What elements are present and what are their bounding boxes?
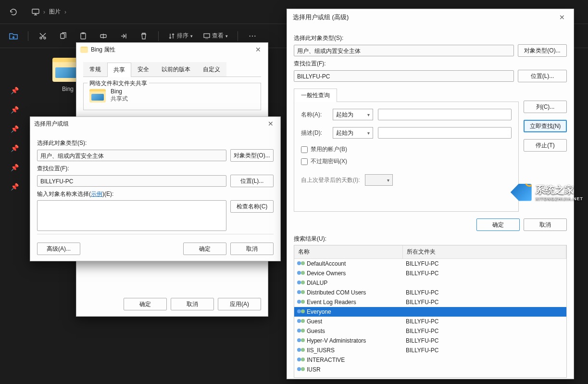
copy-icon[interactable] [54,27,72,45]
table-row[interactable]: Hyper-V AdministratorsBILLYFU-PC [294,336,566,346]
svg-rect-7 [204,34,210,38]
folder-icon [89,89,106,102]
new-folder-icon[interactable] [5,27,22,45]
desc-match-combo[interactable]: 起始为▾ [333,127,373,139]
object-type-label: 选择此对象类型(S): [294,34,567,42]
ok-button[interactable]: 确定 [183,243,226,255]
dialog-title: 选择用户或组 (高级) [293,13,349,22]
svg-point-1 [40,37,42,39]
tab-0[interactable]: 常规 [83,62,107,77]
breadcrumb[interactable]: › 图片 › [27,8,71,16]
location-field: BILLYFU-PC [294,70,514,82]
apply-button[interactable]: 应用(A) [218,298,261,310]
tab-1[interactable]: 共享 [107,63,131,77]
pin-icon: 📌 [11,106,19,114]
cancel-button[interactable]: 取消 [230,243,274,255]
share-item-status: 共享式 [111,95,128,103]
desc-label: 描述(D): [301,129,328,137]
svg-rect-0 [32,9,39,13]
noexpire-password-checkbox[interactable] [301,158,308,165]
names-textarea[interactable] [37,200,226,231]
svg-point-2 [44,37,46,39]
tab-2[interactable]: 安全 [131,62,155,77]
column-header-name[interactable]: 名称 [294,245,403,258]
group-icon [297,337,305,344]
days-combo[interactable]: ▾ [365,174,393,186]
group-icon [297,260,305,267]
object-type-button[interactable]: 对象类型(O)... [518,44,567,57]
table-row[interactable]: DefaultAccountBILLYFU-PC [294,259,566,269]
check-names-button[interactable]: 检查名称(C) [230,200,274,213]
column-header-folder[interactable]: 所在文件夹 [403,245,566,258]
dialog-title: 选择用户或组 [34,120,69,128]
sort-icon [168,33,175,39]
group-icon [297,299,305,306]
close-icon[interactable]: ✕ [556,13,568,21]
select-user-advanced-dialog: 选择用户或组 (高级) ✕ 选择此对象类型(S): 用户、组或内置安全主体 对象… [287,9,574,379]
breadcrumb-item[interactable]: 图片 [49,8,61,16]
monitor-icon [32,9,39,15]
name-input[interactable] [378,109,512,120]
chevron-down-icon: ▾ [367,112,370,117]
close-icon[interactable]: ✕ [265,120,276,128]
share-item-name: Bing [111,88,128,95]
object-type-field: 用户、组或内置安全主体 [37,150,226,161]
close-icon[interactable]: ✕ [252,46,264,53]
table-row[interactable]: IUSR [294,365,566,374]
group-icon [297,308,305,315]
find-now-button[interactable]: 立即查找(N) [524,120,567,132]
name-match-combo[interactable]: 起始为▾ [333,109,373,120]
location-label: 查找位置(F): [37,165,274,173]
table-row[interactable]: IIS_IUSRSBILLYFU-PC [294,346,566,355]
cut-icon[interactable] [34,27,51,45]
pin-icon: 📌 [11,183,19,191]
object-type-field: 用户、组或内置安全主体 [294,45,514,56]
columns-button[interactable]: 列(C)... [524,101,567,113]
sidebar-pins: 📌 📌 📌 📌 📌 📌 [0,58,29,191]
refresh-button[interactable] [5,3,22,21]
stop-button[interactable]: 停止(T) [524,139,567,152]
table-row[interactable]: GuestBILLYFU-PC [294,317,566,326]
chevron-down-icon: ▾ [387,178,389,183]
chevron-right-icon: › [64,9,66,15]
ok-button[interactable]: 确定 [476,218,520,231]
pin-icon: 📌 [11,144,19,152]
advanced-button[interactable]: 高级(A)... [37,243,80,255]
chevron-down-icon: ▾ [190,34,193,38]
disabled-accounts-checkbox[interactable] [301,146,308,153]
cancel-button[interactable]: 取消 [524,218,567,231]
table-row[interactable]: DIALUP [294,278,566,288]
table-row[interactable]: Device OwnersBILLYFU-PC [294,269,566,278]
location-button[interactable]: 位置(L)... [230,175,274,187]
view-dropdown[interactable]: 查看 ▾ [200,28,232,44]
location-button[interactable]: 位置(L)... [518,70,567,82]
ok-button[interactable]: 确定 [124,298,167,310]
group-icon [297,270,305,277]
chevron-down-icon: ▾ [367,130,370,136]
network-share-group: 网络文件和文件夹共享 Bing 共享式 [83,83,261,110]
select-user-dialog: 选择用户或组 ✕ 选择此对象类型(S): 用户、组或内置安全主体 对象类型(O)… [30,116,281,261]
group-icon [297,280,305,286]
results-label: 搜索结果(U): [294,235,567,243]
table-row[interactable]: GuestsBILLYFU-PC [294,326,566,336]
chevron-down-icon: ▾ [225,34,228,38]
sort-dropdown[interactable]: 排序 ▾ [164,28,197,44]
chevron-right-icon: › [43,9,45,15]
desc-input[interactable] [378,127,512,139]
table-row[interactable]: Event Log ReadersBILLYFU-PC [294,297,566,307]
tab-3[interactable]: 以前的版本 [155,62,197,77]
group-icon [297,347,305,354]
cancel-button[interactable]: 取消 [171,298,214,310]
table-row[interactable]: Distributed COM UsersBILLYFU-PC [294,288,566,297]
tab-4[interactable]: 自定义 [197,62,226,77]
object-type-button[interactable]: 对象类型(O)... [230,149,274,162]
table-row[interactable]: Everyone [294,307,566,317]
example-link[interactable]: 示例 [91,191,102,197]
results-table[interactable]: 名称 所在文件夹 DefaultAccountBILLYFU-PCDevice … [294,245,567,378]
group-icon [297,366,305,373]
view-icon [203,33,210,39]
tab-general-query[interactable]: 一般性查询 [294,89,337,102]
folder-icon [80,47,88,53]
name-label: 名称(A): [301,111,328,119]
table-row[interactable]: INTERACTIVE [294,355,566,365]
